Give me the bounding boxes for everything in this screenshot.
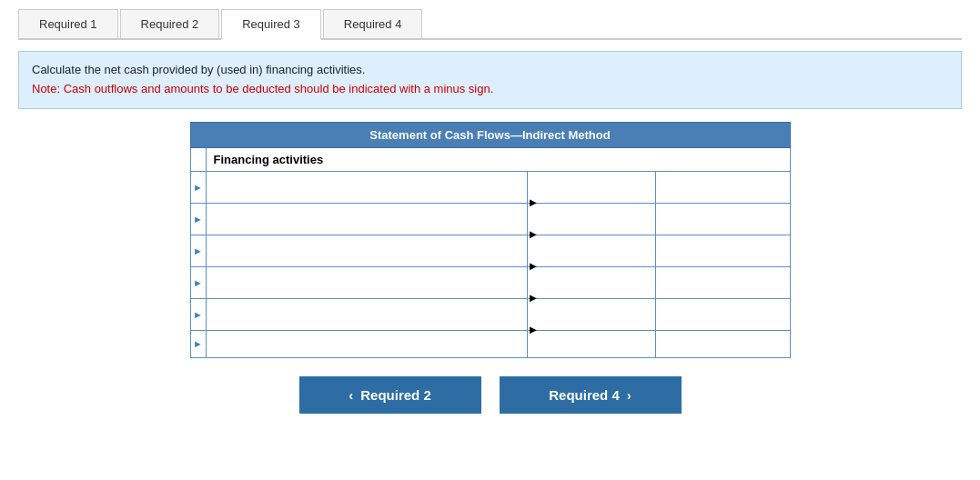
next-button[interactable]: Required 4 › — [500, 376, 682, 414]
table-row: ► ► — [190, 235, 790, 266]
prev-arrow-icon: ‹ — [349, 387, 353, 403]
desc-input-4[interactable] — [207, 267, 527, 298]
instruction-main: Calculate the net cash provided by (used… — [32, 61, 948, 80]
amt2-cell-1[interactable] — [655, 171, 790, 203]
table-row: ► — [190, 330, 790, 357]
tab-required1[interactable]: Required 1 — [18, 9, 118, 38]
desc-cell-2[interactable] — [206, 203, 527, 235]
amt1-cell-6[interactable] — [527, 330, 655, 357]
desc-cell-4[interactable] — [206, 266, 527, 298]
desc-cell-6[interactable] — [206, 330, 527, 357]
table-row: ► ► — [190, 266, 790, 298]
amt2-input-2[interactable] — [656, 204, 790, 235]
amt2-input-1[interactable] — [656, 172, 790, 203]
instruction-note: Note: Cash outflows and amounts to be de… — [32, 80, 948, 99]
amt1-input-4[interactable] — [528, 260, 655, 291]
tab-required2[interactable]: Required 2 — [120, 9, 220, 38]
table-wrapper: Statement of Cash Flows—Indirect Method … — [190, 122, 791, 358]
table-row: ► ► — [190, 298, 790, 330]
amt1-input-5[interactable] — [528, 292, 655, 323]
amt1-input-1[interactable] — [528, 165, 655, 195]
financing-activities-row: Financing activities — [190, 147, 790, 171]
amt1-input-3[interactable] — [528, 228, 655, 259]
instruction-box: Calculate the net cash provided by (used… — [18, 51, 962, 109]
desc-input-5[interactable] — [207, 299, 527, 330]
arrow-indicator-5: ► — [190, 298, 206, 330]
amt2-input-5[interactable] — [656, 299, 790, 330]
table-row: ► ► — [190, 171, 790, 203]
arrow-indicator-4: ► — [190, 266, 206, 298]
amt2-input-6[interactable] — [656, 331, 790, 357]
desc-input-6[interactable] — [207, 331, 527, 357]
tab-required4[interactable]: Required 4 — [323, 9, 423, 38]
amt2-input-3[interactable] — [656, 235, 790, 266]
arrow-indicator-3: ► — [190, 235, 206, 266]
next-button-label: Required 4 — [549, 387, 620, 403]
next-arrow-icon: › — [627, 387, 631, 403]
amt1-cell-5[interactable]: ► — [527, 298, 655, 330]
amt2-cell-2[interactable] — [655, 203, 790, 235]
arrow-cell-section — [190, 147, 206, 171]
desc-cell-1[interactable] — [206, 171, 527, 203]
amt2-cell-5[interactable] — [655, 298, 790, 330]
amt2-input-4[interactable] — [656, 267, 790, 298]
amt2-cell-6[interactable] — [655, 330, 790, 357]
amt2-cell-3[interactable] — [655, 235, 790, 266]
desc-cell-5[interactable] — [206, 298, 527, 330]
table-header-row: Statement of Cash Flows—Indirect Method — [190, 122, 790, 147]
button-row: ‹ Required 2 Required 4 › — [18, 376, 962, 414]
arrow-indicator-2: ► — [190, 203, 206, 235]
cash-flow-table: Statement of Cash Flows—Indirect Method … — [190, 122, 791, 358]
desc-input-3[interactable] — [207, 235, 527, 266]
amt2-cell-4[interactable] — [655, 266, 790, 298]
prev-button[interactable]: ‹ Required 2 — [299, 376, 481, 414]
prev-button-label: Required 2 — [360, 387, 431, 403]
tabs-container: Required 1 Required 2 Required 3 Require… — [18, 9, 962, 40]
arrow-indicator-6: ► — [190, 330, 206, 357]
table-row: ► ► — [190, 203, 790, 235]
arrow-indicator-1: ► — [190, 171, 206, 203]
table-header-cell: Statement of Cash Flows—Indirect Method — [190, 122, 790, 147]
amt1-input-2[interactable] — [528, 196, 655, 227]
financing-activities-label: Financing activities — [206, 147, 790, 171]
amt1-input-6[interactable] — [528, 331, 655, 357]
desc-input-2[interactable] — [207, 204, 527, 235]
desc-cell-3[interactable] — [206, 235, 527, 266]
tab-required3[interactable]: Required 3 — [221, 9, 321, 40]
desc-input-1[interactable] — [207, 172, 527, 203]
